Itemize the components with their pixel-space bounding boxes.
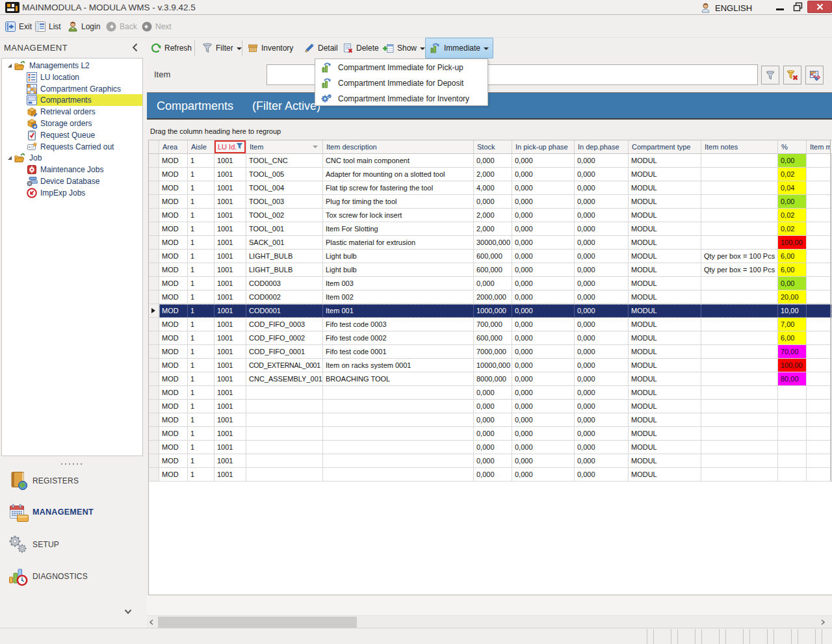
menu-item-compartment-immediate-for-deposit[interactable]: Compartment Immediate for Deposit (316, 75, 487, 91)
grid-row-cod_fifo_0001[interactable]: MOD11001COD_FIFO_0001Fifo test code 0001… (149, 345, 832, 359)
cell-area: MOD (159, 345, 188, 359)
cell-item: LIGHT_BULB (246, 263, 323, 277)
show-button[interactable]: Show (379, 38, 429, 58)
grid-row-cod_external_0001[interactable]: MOD11001COD_EXTERNAL_0001Item on racks s… (149, 359, 832, 372)
grid-row-empty-21[interactable]: MOD110010,0000,0000,000MODUL (149, 441, 832, 454)
horizontal-scrollbar[interactable] (147, 615, 832, 628)
grid-row-cod_fifo_0003[interactable]: MOD11001COD_FIFO_0003Fifo test code 0003… (149, 318, 832, 331)
cell-lu: 1001 (214, 277, 246, 290)
nav-setup[interactable]: SETUP (0, 529, 143, 561)
grid-row-empty-19[interactable]: MOD110010,0000,0000,000MODUL (149, 413, 832, 427)
cell-notes (701, 168, 778, 181)
clear-filter-button[interactable] (783, 66, 801, 84)
menu-item-compartment-immediate-for-inventory[interactable]: Compartment Immediate for Inventory (316, 91, 487, 107)
immediate-button[interactable]: Immediate (425, 38, 493, 58)
column-header-pick[interactable]: In pick-up phase (512, 140, 575, 153)
grid-row-tool_004[interactable]: MOD11001TOOL_004Flat tip screw for faste… (149, 181, 832, 195)
collapse-sidebar-icon[interactable] (132, 43, 138, 52)
apply-filter-button[interactable] (761, 66, 779, 84)
column-header-notes[interactable]: Item notes (701, 140, 778, 153)
cell-dep: 0,000 (575, 304, 629, 318)
immediate-inventory-icon (321, 94, 332, 104)
scroll-right-icon[interactable] (820, 619, 828, 626)
exit-icon (5, 21, 16, 32)
tree-item-storage-orders[interactable]: Storage orders (2, 118, 142, 129)
grid-row-empty-20[interactable]: MOD110010,0000,0000,000MODUL (149, 427, 832, 441)
tree-item-maintenance-jobs[interactable]: Maintenance Jobs (2, 164, 142, 175)
language-label[interactable]: ENGLISH (715, 3, 752, 13)
next-button[interactable]: Next (142, 15, 172, 38)
grid-row-empty-23[interactable]: MOD110010,0000,0000,000MODUL (149, 468, 832, 482)
inventory-button[interactable]: Inventory (244, 38, 297, 58)
column-header-dep[interactable]: In dep.phase (575, 140, 629, 153)
tree-item-device-database[interactable]: Device Database (2, 175, 142, 187)
list-button[interactable]: List (35, 15, 61, 38)
cell-stock: 0,000 (474, 468, 512, 482)
column-header-itemma[interactable]: Item ma (807, 140, 831, 153)
tree-item-managements-l2[interactable]: Managements L2 (2, 60, 142, 71)
column-header-desc[interactable]: Item description (323, 140, 474, 153)
tree-expander-icon[interactable] (7, 63, 12, 68)
grid-row-tool_002[interactable]: MOD11001TOOL_002Tox screw for lock inser… (149, 209, 832, 222)
close-button[interactable] (807, 1, 832, 13)
cell-type: MODUL (629, 195, 701, 209)
grid-row-empty-18[interactable]: MOD110010,0000,0000,000MODUL (149, 400, 832, 413)
chevron-down-icon[interactable] (124, 609, 132, 615)
splitter-handle[interactable] (0, 457, 143, 464)
grid-row-tool_005[interactable]: MOD11001TOOL_005Adapter for mounting on … (149, 168, 832, 181)
cell-aisle: 1 (188, 454, 214, 468)
scroll-left-icon[interactable] (149, 619, 157, 626)
detail-button[interactable]: Detail (300, 38, 342, 58)
grid-row-tool_001[interactable]: MOD11001TOOL_001Item For Slotting2,0000,… (149, 222, 832, 236)
cell-desc: Item For Slotting (323, 222, 474, 236)
grid-row-sack_001[interactable]: MOD11001SACK_001Plastic material for ext… (149, 236, 832, 250)
grid-row-tool_003[interactable]: MOD11001TOOL_003Plug for timing the tool… (149, 195, 832, 209)
tree-item-impexp-jobs[interactable]: ImpExp Jobs (2, 187, 142, 199)
grid-row-cod0002[interactable]: MOD11001COD0002Item 0022000,0000,0000,00… (149, 290, 832, 304)
refresh-button[interactable]: Refresh (147, 38, 196, 58)
menu-item-compartment-immediate-for-pick-up[interactable]: Compartment Immediate for Pick-up (316, 60, 487, 75)
grid-row-light_bulb[interactable]: MOD11001LIGHT_BULBLight bulb600,0000,000… (149, 263, 832, 277)
cell-item: CNC_ASSEMBLY_001 (246, 372, 323, 386)
grid-row-empty-17[interactable]: MOD110010,0000,0000,000MODUL (149, 386, 832, 400)
column-header-stock[interactable]: Stock (474, 140, 512, 153)
clear-layout-button[interactable] (805, 66, 824, 84)
login-button[interactable]: Login (68, 15, 100, 38)
tree-item-compartments[interactable]: Compartments (2, 94, 142, 106)
column-header-lu[interactable]: LU Id. (214, 140, 246, 153)
delete-button[interactable]: Delete (339, 38, 383, 58)
grid-row-light_bulb[interactable]: MOD11001LIGHT_BULBLight bulb600,0000,000… (149, 250, 832, 263)
nav-registers[interactable]: REGISTERS (0, 465, 143, 497)
grid-row-cod0003[interactable]: MOD11001COD0003Item 0030,0000,0000,000MO… (149, 277, 832, 290)
nav-diagnostics[interactable]: DIAGNOSTICS (0, 561, 143, 593)
tree-item-job[interactable]: Job (2, 152, 142, 164)
scrollbar-thumb[interactable] (158, 617, 357, 628)
grid-row-cnc_assembly_001[interactable]: MOD11001CNC_ASSEMBLY_001BROACHING TOOL80… (149, 372, 832, 386)
tree-item-requests-carried-out[interactable]: Requests Carried out (2, 141, 142, 153)
cell-dep: 0,000 (575, 386, 629, 400)
tree-item-request-queue[interactable]: Request Queue (2, 129, 142, 141)
grid-row-cod0001[interactable]: MOD11001COD0001Item 0011000,0000,0000,00… (149, 304, 832, 318)
row-indicator-cell (149, 345, 159, 359)
nav-management[interactable]: MANAGEMENT (0, 497, 143, 529)
tree-expander-icon[interactable] (7, 155, 12, 161)
restore-button[interactable] (790, 0, 806, 14)
header-funnel-icon[interactable] (237, 143, 242, 149)
grid-row-tool_cnc[interactable]: MOD11001TOOL_CNCCNC tool main component0… (149, 154, 832, 168)
column-header-pct[interactable]: % (778, 140, 807, 153)
grid-row-empty-22[interactable]: MOD110010,0000,0000,000MODUL (149, 454, 832, 468)
filter-button[interactable]: Filter (198, 38, 246, 58)
exit-button[interactable]: Exit (5, 15, 32, 38)
minimize-button[interactable] (772, 0, 788, 14)
column-header-aisle[interactable]: Aisle (188, 140, 214, 153)
column-header-item[interactable]: Item (246, 140, 323, 153)
tree-item-retrieval-orders[interactable]: Retrieval orders (2, 106, 142, 118)
grid-row-cod_fifo_0002[interactable]: MOD11001COD_FIFO_0002Fifo test code 0002… (149, 331, 832, 345)
column-header-type[interactable]: Compartment type (629, 140, 701, 153)
tree-item-lu-location[interactable]: LU location (2, 71, 142, 83)
tree-item-compartment-graphics[interactable]: Compartment Graphics (2, 83, 142, 95)
back-button[interactable]: Back (106, 15, 137, 38)
cell-type: MODUL (629, 427, 701, 441)
inventory-label: Inventory (261, 44, 293, 53)
column-header-area[interactable]: Area (159, 140, 188, 153)
